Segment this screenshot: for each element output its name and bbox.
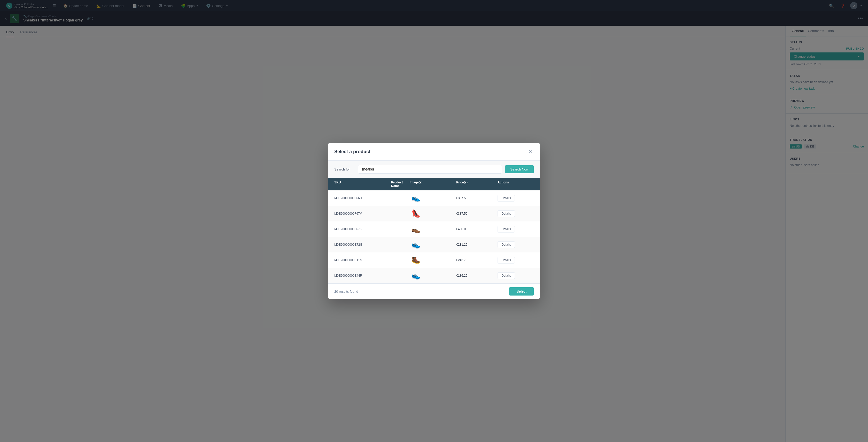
modal-header: Select a product ✕ (328, 143, 540, 161)
product-rows-container: M0E20000000F66H 👟 €387.50 Details M0E200… (328, 190, 540, 283)
select-product-modal: Select a product ✕ Search for Search Now… (328, 143, 540, 299)
modal-close-button[interactable]: ✕ (526, 148, 534, 155)
product-image-1: 👠 (410, 209, 422, 219)
header-prices: Price(s) (456, 181, 498, 188)
details-button-5[interactable]: Details (498, 272, 515, 279)
product-image-2: 👞 (410, 224, 422, 234)
cell-image-5: 👟 (410, 271, 456, 281)
details-button-1[interactable]: Details (498, 210, 515, 217)
cell-sku-2: M0E20000000F676 (334, 227, 391, 231)
cell-image-2: 👞 (410, 224, 456, 234)
cell-actions-3: Details (498, 241, 534, 248)
table-header-row: SKU Product Name Image(s) Price(s) Actio… (328, 178, 540, 190)
header-product-name: Product Name (391, 181, 410, 188)
product-image-0: 👟 (410, 193, 422, 203)
details-button-3[interactable]: Details (498, 241, 515, 248)
product-image-3: 👟 (410, 240, 422, 250)
cell-price-5: €186.25 (456, 274, 498, 278)
results-count: 20 results found (334, 290, 358, 293)
cell-image-3: 👟 (410, 240, 456, 250)
table-row: M0E20000000F676 👞 €400.00 Details (328, 221, 540, 237)
cell-price-4: €243.75 (456, 258, 498, 262)
select-button[interactable]: Select (509, 287, 534, 295)
cell-image-0: 👟 (410, 193, 456, 203)
cell-actions-1: Details (498, 210, 534, 217)
cell-price-3: €231.25 (456, 243, 498, 247)
header-actions: Actions (498, 181, 534, 188)
details-button-0[interactable]: Details (498, 195, 515, 201)
table-row: M0E20000000F66H 👟 €387.50 Details (328, 190, 540, 206)
product-table: SKU Product Name Image(s) Price(s) Actio… (328, 178, 540, 283)
search-input[interactable] (358, 165, 502, 173)
cell-actions-5: Details (498, 272, 534, 279)
modal-overlay: Select a product ✕ Search for Search Now… (0, 0, 868, 442)
product-image-5: 👟 (410, 271, 422, 281)
table-row: M0E20000000E72G 👟 €231.25 Details (328, 237, 540, 252)
details-button-4[interactable]: Details (498, 257, 515, 263)
modal-footer: 20 results found Select (328, 283, 540, 299)
cell-sku-0: M0E20000000F66H (334, 196, 391, 200)
search-label: Search for (334, 167, 355, 171)
product-image-4: 🥾 (410, 255, 422, 265)
cell-image-4: 🥾 (410, 255, 456, 265)
search-now-button[interactable]: Search Now (505, 165, 534, 173)
header-images: Image(s) (410, 181, 456, 188)
cell-price-1: €387.50 (456, 212, 498, 216)
cell-actions-4: Details (498, 257, 534, 263)
header-sku: SKU (334, 181, 391, 188)
cell-sku-3: M0E20000000E72G (334, 243, 391, 247)
cell-sku-4: M0E20000000E11S (334, 258, 391, 262)
cell-image-1: 👠 (410, 209, 456, 219)
cell-sku-1: M0E20000000F67V (334, 212, 391, 216)
modal-title: Select a product (334, 149, 370, 155)
cell-price-2: €400.00 (456, 227, 498, 231)
table-row: M0E20000000E11S 🥾 €243.75 Details (328, 252, 540, 268)
table-row: M0E20000000F67V 👠 €387.50 Details (328, 206, 540, 221)
cell-sku-5: M0E20000000E44R (334, 274, 391, 278)
cell-price-0: €387.50 (456, 196, 498, 200)
cell-actions-0: Details (498, 195, 534, 201)
modal-search-bar: Search for Search Now (328, 161, 540, 178)
table-row: M0E20000000E44R 👟 €186.25 Details (328, 268, 540, 283)
details-button-2[interactable]: Details (498, 226, 515, 232)
cell-actions-2: Details (498, 226, 534, 232)
